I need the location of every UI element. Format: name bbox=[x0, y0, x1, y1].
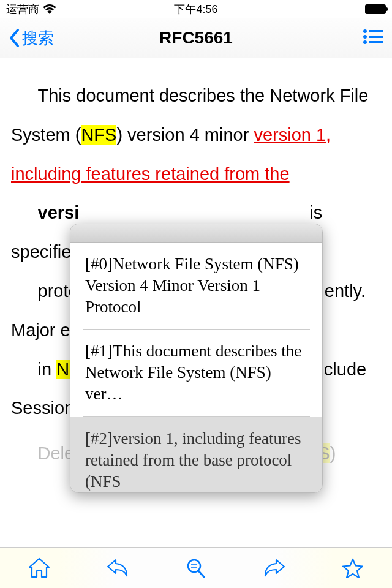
toolbar bbox=[0, 547, 392, 588]
text: ) version 4 minor bbox=[116, 125, 254, 145]
search-results-popover: [#0]Network File System (NFS) Version 4 … bbox=[70, 224, 323, 493]
home-button[interactable] bbox=[24, 552, 55, 583]
back-nav-button[interactable] bbox=[102, 552, 133, 583]
text: versi bbox=[38, 203, 80, 222]
reply-right-icon bbox=[263, 557, 286, 578]
reply-left-icon bbox=[106, 557, 129, 578]
svg-line-7 bbox=[198, 571, 204, 577]
svg-point-4 bbox=[363, 40, 367, 44]
text: ) bbox=[330, 443, 336, 463]
star-icon bbox=[341, 557, 364, 578]
battery-icon bbox=[365, 4, 386, 14]
popover-item-2[interactable]: [#2]version 1, including features retain… bbox=[70, 417, 322, 493]
highlight-nfs: NFS bbox=[81, 125, 116, 145]
status-left: 运营商 bbox=[6, 2, 56, 17]
popover-grip[interactable] bbox=[70, 224, 322, 243]
svg-rect-3 bbox=[369, 36, 383, 38]
home-icon bbox=[28, 557, 51, 578]
svg-rect-5 bbox=[369, 41, 383, 43]
text: in bbox=[38, 360, 57, 379]
search-button[interactable] bbox=[181, 552, 211, 583]
list-icon bbox=[363, 29, 383, 45]
status-time: 下午4:56 bbox=[174, 2, 217, 17]
carrier-label: 运营商 bbox=[6, 2, 39, 17]
forward-nav-button[interactable] bbox=[259, 552, 290, 583]
popover-item-1[interactable]: [#1]This document describes the Network … bbox=[70, 330, 322, 416]
chevron-left-icon bbox=[9, 28, 20, 48]
nav-bar: 搜索 RFC5661 bbox=[0, 18, 392, 58]
popover-item-0[interactable]: [#0]Network File System (NFS) Version 4 … bbox=[70, 243, 322, 329]
wifi-icon bbox=[43, 4, 56, 14]
back-button[interactable]: 搜索 bbox=[9, 28, 54, 49]
svg-point-2 bbox=[363, 35, 367, 39]
search-icon bbox=[184, 557, 208, 578]
status-bar: 运营商 下午4:56 bbox=[0, 0, 392, 18]
svg-point-0 bbox=[363, 29, 367, 33]
back-label: 搜索 bbox=[22, 28, 54, 49]
favorite-button[interactable] bbox=[337, 552, 368, 583]
page-title: RFC5661 bbox=[159, 28, 233, 48]
svg-rect-1 bbox=[369, 30, 383, 32]
toc-button[interactable] bbox=[363, 29, 383, 47]
paragraph: This document describes the Network File… bbox=[11, 77, 381, 194]
